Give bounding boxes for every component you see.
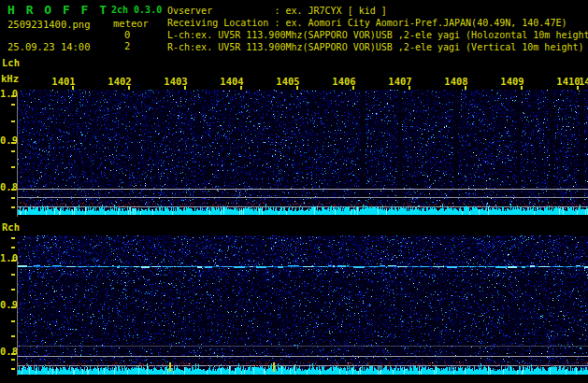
meteor-count-lch: 0: [124, 29, 130, 40]
freq-tick-minor: [11, 104, 15, 106]
time-label-partial: 14: [579, 76, 588, 87]
freq-tick-minor: [11, 320, 15, 322]
meteor-label: meteor: [113, 18, 149, 29]
freq-tick-minor: [11, 359, 15, 361]
freq-tick-major: [11, 189, 16, 191]
filename-label: 2509231400.png: [7, 19, 91, 30]
freq-tick-minor: [11, 368, 15, 370]
version-label: 2ch 0.3.0: [111, 5, 162, 15]
app-title: H R O F F T: [7, 3, 108, 17]
freq-tick-minor: [11, 121, 15, 122]
rch-info-line: R-ch:ex. UV5R 113.900Mhz(SAPPORO VOR)USB…: [167, 41, 584, 53]
freq-tick-minor: [11, 274, 15, 276]
observer-line: Ovserver : ex. JR7CYX [ kid ]: [167, 5, 387, 17]
freq-tick-minor: [11, 247, 15, 248]
freq-tick-minor: [11, 206, 15, 208]
lch-axis-label: Lch: [2, 57, 20, 68]
rch-axis-label: Rch: [2, 221, 20, 233]
freq-tick-major: [11, 306, 16, 308]
freq-tick-minor: [11, 289, 15, 291]
freq-tick-minor: [11, 150, 15, 152]
freq-tick-major: [11, 142, 16, 144]
lch-left-border: [17, 93, 18, 217]
freq-tick-minor: [11, 237, 15, 239]
rch-left-border: [17, 256, 18, 376]
freq-tick-minor: [11, 166, 15, 168]
freq-tick-major: [11, 353, 16, 355]
freq-tick-minor: [11, 197, 15, 199]
freq-unit-label: kHz: [1, 73, 19, 84]
timestamp-label: 25.09.23 14:00: [7, 41, 91, 52]
freq-tick-major: [11, 260, 16, 262]
lch-spectrogram: [18, 90, 588, 218]
freq-tick-label: 1.0: [0, 88, 11, 99]
freq-tick-label: 0.8: [0, 181, 11, 192]
freq-tick-label: 0.9: [0, 299, 11, 310]
freq-tick-label: 0.9: [0, 135, 11, 146]
rch-spectrogram: [18, 235, 588, 376]
lch-info-line: L-ch:ex. UV5R 113.900Mhz(SAPPORO VOR)USB…: [167, 29, 588, 41]
hrofft-window: H R O F F T 2ch 0.3.0 2509231400.png met…: [0, 0, 588, 383]
freq-tick-major: [11, 95, 16, 97]
freq-tick-label: 1.0: [0, 252, 11, 263]
meteor-count-rch: 2: [124, 40, 130, 51]
location-line: Receiving Location : ex. Aomori City Aom…: [167, 17, 566, 29]
freq-tick-label: 0.8: [0, 346, 11, 357]
freq-tick-minor: [11, 335, 15, 337]
